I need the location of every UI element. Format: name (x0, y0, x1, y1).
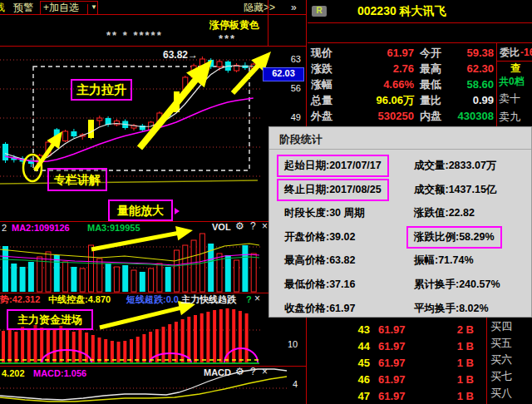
trend-arrow-head (175, 226, 193, 240)
volume-bar-down (165, 267, 171, 292)
volume-bar-down (54, 255, 60, 292)
vol-ma2-value: MA2:1099126 (12, 223, 70, 233)
stat-row-right: 成交额:1437.15亿 (414, 183, 496, 197)
stage-statistics-window[interactable]: 阶段统计 起始日期:2017/07/17终止日期:2017/08/25时段长度:… (268, 126, 532, 318)
high-price-callout: 63.82→ (163, 50, 198, 61)
volume-bar-up (37, 257, 42, 292)
macd-dif-value: 4.202 (2, 368, 25, 378)
fund-shortline-value: 短线超跌:0.0 (126, 294, 179, 304)
volume-bar-up (234, 260, 239, 292)
annotation-main-funds: 主力资金进场 (7, 309, 93, 330)
volume-bar-down (140, 272, 145, 292)
volume-bar-up (46, 252, 51, 292)
macd-dea-line (0, 377, 287, 402)
fund-pane-title: 主力快线趋跌 (181, 294, 236, 304)
stat-row-right: 振幅:71.74% (414, 254, 474, 268)
app-window: 线 预警 +加自选 ▼ 隐藏>> » ** * ***** 涨停板黄色 *** … (0, 0, 532, 404)
stat-row-right: 累计换手:240.57% (414, 278, 500, 292)
price-axis-label: 49 (279, 112, 301, 122)
vol-pane-controls-icons[interactable]: ⚙ ? × (235, 221, 269, 232)
stat-row-right: 成交量:2833.07万 (414, 159, 496, 173)
volume-bar-up (131, 270, 136, 292)
volume-bar-down (71, 267, 76, 292)
price-axis-label: 63 (279, 54, 301, 64)
volume-bar-up (175, 250, 180, 292)
volume-bar-down (225, 255, 231, 292)
volume-bar-down (20, 267, 26, 292)
popup-title: 阶段统计 (279, 132, 323, 147)
candle-limit (88, 120, 94, 138)
macd-axis-label: 4 (293, 379, 298, 389)
fund-midline-value: 中线控盘:4.870 (48, 294, 111, 304)
trend-arrow (140, 72, 202, 148)
fund-axis-label: 10 (288, 339, 298, 349)
macd-pane-controls-icons[interactable]: ⚙ ? × (235, 367, 269, 377)
popup-title-divider (269, 149, 531, 150)
macd-pane-title: MACD (204, 367, 231, 377)
vol-ma3-value: MA3:919955 (87, 223, 140, 233)
current-price-tag: 62.03 (263, 67, 304, 81)
volume-bar-down (106, 264, 111, 292)
volume-bar-down (122, 265, 128, 292)
stat-row-left: 最高价格:63.82 (284, 254, 355, 268)
volume-bar-up (251, 254, 256, 292)
vol-ma1-cut: 2 (2, 223, 7, 233)
price-axis-label: 56 (279, 83, 301, 93)
candle-down (71, 131, 76, 136)
volume-bar-up (63, 262, 68, 292)
volume-bar-up (80, 269, 85, 292)
vol-pane-title: VOL (212, 222, 231, 232)
candle-up (217, 62, 222, 67)
fund-close-icon[interactable]: × (254, 293, 260, 304)
trend-arrow (91, 232, 183, 249)
volume-bar-up (183, 245, 188, 292)
stat-row-left: 开盘价格:39.02 (284, 230, 355, 244)
annotation-pointer-icon (175, 208, 180, 214)
ma-line-long (5, 98, 254, 162)
volume-bar-up (114, 267, 119, 292)
stat-row-left: 起始日期:2017/07/17 (277, 155, 389, 177)
stat-row-left: 收盘价格:61.97 (284, 302, 355, 316)
volume-bar-down (2, 246, 8, 292)
candle-up (97, 118, 102, 121)
fund-trend-value: 势:42.312 (0, 294, 40, 304)
volume-bar-down (11, 264, 17, 292)
candle-up (63, 131, 68, 141)
volume-bar-down (28, 262, 34, 292)
volume-bar-up (157, 264, 162, 292)
candle-down (2, 144, 8, 160)
annotation-pull-up: 主力拉升 (71, 79, 132, 101)
volume-bar-up (191, 240, 196, 292)
stat-row-left: 终止日期:2017/08/25 (277, 179, 389, 201)
stat-row-right: 涨跌值:22.82 (414, 206, 475, 220)
volume-bar-down (242, 245, 248, 292)
volume-bar-up (89, 245, 94, 292)
ma-line-olive (0, 180, 258, 184)
stat-row-right: 平均换手:8.02% (414, 302, 489, 316)
macd-value: MACD:1.056 (33, 368, 86, 378)
annotation-column-explain: 专栏讲解 (47, 168, 107, 191)
annotation-volume-expand: 量能放大 (108, 200, 173, 221)
stat-row-right: 涨跌比例:58.29% (406, 226, 502, 249)
volume-bar-up (149, 269, 154, 292)
fund-help-icon[interactable]: ? (246, 294, 252, 304)
stat-row-left: 时段长度:30 周期 (284, 206, 365, 220)
stat-row-left: 最低价格:37.16 (284, 278, 355, 292)
trend-arrow (100, 307, 185, 328)
